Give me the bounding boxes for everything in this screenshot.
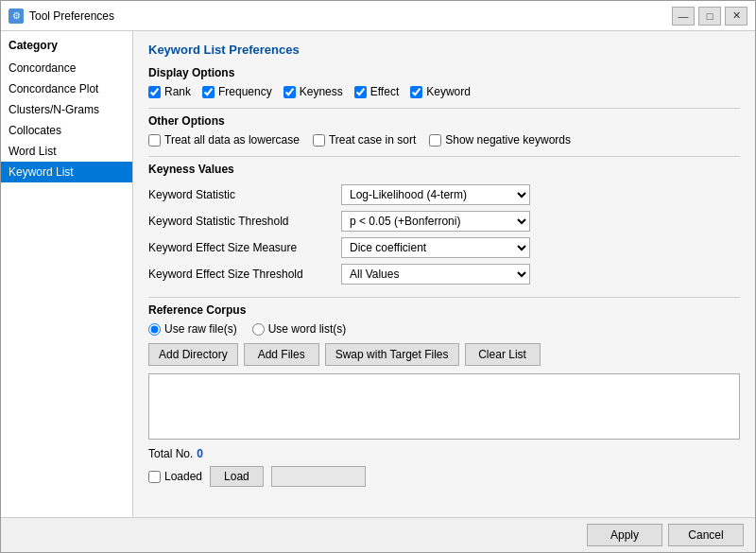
reference-corpus-section: Reference Corpus Use raw file(s) Use wor… <box>148 303 740 336</box>
effect-label: Effect <box>370 85 399 98</box>
maximize-button[interactable]: □ <box>698 7 721 26</box>
apply-button[interactable]: Apply <box>587 524 662 546</box>
sidebar-category-label: Category <box>1 35 132 58</box>
loaded-checkbox-item[interactable]: Loaded <box>148 470 202 483</box>
keyword-statistic-label: Keyword Statistic <box>148 181 337 208</box>
keyword-statistic-row: Keyword Statistic Log-Likelihood (4-term… <box>148 181 740 208</box>
keyness-checkbox-item[interactable]: Keyness <box>284 85 343 98</box>
app-icon: ⚙ <box>9 9 24 24</box>
panel-title: Keyword List Preferences <box>148 43 740 57</box>
title-bar: ⚙ Tool Preferences — □ ✕ <box>1 1 755 31</box>
lowercase-label: Treat all data as lowercase <box>164 133 300 147</box>
total-label: Total No. <box>148 447 193 460</box>
frequency-checkbox[interactable] <box>202 86 215 98</box>
loaded-row: Loaded Load <box>148 466 740 487</box>
minimize-button[interactable]: — <box>672 7 695 26</box>
effect-checkbox-item[interactable]: Effect <box>354 85 399 98</box>
keyword-statistic-threshold-label: Keyword Statistic Threshold <box>148 208 337 234</box>
swap-with-target-button[interactable]: Swap with Target Files <box>325 343 459 366</box>
keyword-checkbox[interactable] <box>410 86 422 98</box>
display-options-label: Display Options <box>148 66 740 79</box>
main-content: Category Concordance Concordance Plot Cl… <box>1 31 755 517</box>
reference-corpus-label: Reference Corpus <box>148 303 740 317</box>
use-word-list-label: Use word list(s) <box>268 322 347 336</box>
frequency-label: Frequency <box>218 85 272 98</box>
case-sort-checkbox-item[interactable]: Treat case in sort <box>313 133 416 147</box>
rank-checkbox[interactable] <box>148 86 161 98</box>
other-options-checkboxes: Treat all data as lowercase Treat case i… <box>148 133 740 147</box>
keyness-table: Keyword Statistic Log-Likelihood (4-term… <box>148 181 740 287</box>
other-options-label: Other Options <box>148 114 740 128</box>
add-files-button[interactable]: Add Files <box>244 343 319 366</box>
negative-keywords-checkbox[interactable] <box>429 134 441 147</box>
keyword-effect-size-measure-row: Keyword Effect Size Measure Dice coeffic… <box>148 234 740 261</box>
sidebar-item-collocates[interactable]: Collocates <box>1 120 132 141</box>
case-sort-label: Treat case in sort <box>329 133 416 147</box>
loaded-checkbox[interactable] <box>148 471 161 483</box>
keyword-label: Keyword <box>426 85 471 98</box>
keyword-statistic-select[interactable]: Log-Likelihood (4-term) Chi-Squared T-Sc… <box>341 184 530 205</box>
keyword-effect-size-measure-select[interactable]: Dice coefficient Log Ratio Odds Ratio Re… <box>341 237 530 258</box>
keyword-checkbox-item[interactable]: Keyword <box>410 85 471 98</box>
rank-checkbox-item[interactable]: Rank <box>148 85 191 98</box>
use-raw-files-radio-item[interactable]: Use raw file(s) <box>148 322 237 336</box>
loaded-label: Loaded <box>164 470 202 483</box>
keyword-effect-size-threshold-select[interactable]: All Values > 0.1 > 0.5 > 1.0 <box>341 264 530 285</box>
lowercase-checkbox-item[interactable]: Treat all data as lowercase <box>148 133 300 147</box>
reference-corpus-radio-row: Use raw file(s) Use word list(s) <box>148 322 740 336</box>
clear-list-button[interactable]: Clear List <box>465 343 541 366</box>
sidebar-item-word-list[interactable]: Word List <box>1 141 132 162</box>
sidebar-item-concordance[interactable]: Concordance <box>1 58 132 78</box>
loaded-input[interactable] <box>271 466 366 487</box>
cancel-button[interactable]: Cancel <box>668 524 744 546</box>
total-count: 0 <box>197 447 203 460</box>
window-title: Tool Preferences <box>29 9 114 23</box>
keyword-statistic-threshold-select[interactable]: p < 0.05 (+Bonferroni) p < 0.01 p < 0.00… <box>341 211 530 232</box>
sidebar: Category Concordance Concordance Plot Cl… <box>1 31 133 517</box>
title-bar-left: ⚙ Tool Preferences <box>9 9 114 24</box>
other-options-section: Other Options Treat all data as lowercas… <box>148 114 740 147</box>
sidebar-item-keyword-list[interactable]: Keyword List <box>1 162 132 182</box>
keyword-effect-size-threshold-label: Keyword Effect Size Threshold <box>148 261 337 287</box>
corpus-buttons-row: Add Directory Add Files Swap with Target… <box>148 343 740 366</box>
keyword-effect-size-measure-label: Keyword Effect Size Measure <box>148 234 337 261</box>
file-list-box <box>148 373 740 440</box>
lowercase-checkbox[interactable] <box>148 134 161 147</box>
negative-keywords-checkbox-item[interactable]: Show negative keywords <box>429 133 571 147</box>
bottom-bar: Apply Cancel <box>1 517 755 552</box>
keyword-list-panel: Keyword List Preferences Display Options… <box>133 31 755 517</box>
use-word-list-radio-item[interactable]: Use word list(s) <box>252 322 347 336</box>
main-window: ⚙ Tool Preferences — □ ✕ Category Concor… <box>0 0 756 553</box>
negative-keywords-label: Show negative keywords <box>445 133 571 147</box>
load-button[interactable]: Load <box>210 466 264 487</box>
keyness-values-section: Keyness Values Keyword Statistic Log-Lik… <box>148 163 740 287</box>
keyword-effect-size-threshold-row: Keyword Effect Size Threshold All Values… <box>148 261 740 287</box>
use-word-list-radio[interactable] <box>252 323 265 336</box>
sidebar-item-clusters-ngrams[interactable]: Clusters/N-Grams <box>1 99 132 120</box>
close-button[interactable]: ✕ <box>725 7 747 26</box>
total-row: Total No. 0 <box>148 447 740 460</box>
keyness-checkbox[interactable] <box>284 86 296 98</box>
sidebar-item-concordance-plot[interactable]: Concordance Plot <box>1 78 132 99</box>
add-directory-button[interactable]: Add Directory <box>148 343 238 366</box>
display-options-section: Display Options Rank Frequency Keyness <box>148 66 740 98</box>
keyness-label: Keyness <box>300 85 343 98</box>
case-sort-checkbox[interactable] <box>313 134 325 147</box>
rank-label: Rank <box>164 85 191 98</box>
frequency-checkbox-item[interactable]: Frequency <box>202 85 272 98</box>
use-raw-files-label: Use raw file(s) <box>164 322 237 336</box>
keyword-statistic-threshold-row: Keyword Statistic Threshold p < 0.05 (+B… <box>148 208 740 234</box>
display-options-checkboxes: Rank Frequency Keyness Effect <box>148 85 740 98</box>
effect-checkbox[interactable] <box>354 86 367 98</box>
use-raw-files-radio[interactable] <box>148 323 161 336</box>
keyness-values-label: Keyness Values <box>148 163 740 176</box>
title-controls: — □ ✕ <box>672 7 747 26</box>
